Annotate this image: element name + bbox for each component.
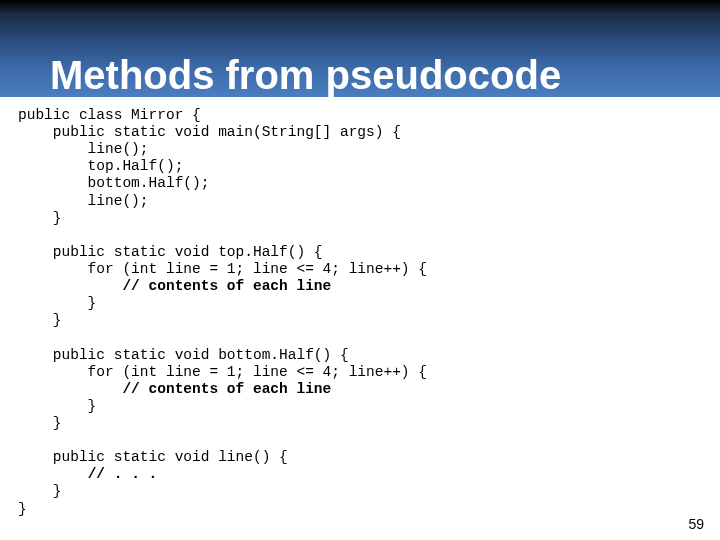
slide: Methods from pseudocode public class Mir…	[0, 0, 720, 540]
code-block: public class Mirror { public static void…	[0, 97, 720, 518]
slide-title: Methods from pseudocode	[50, 55, 561, 95]
page-number: 59	[688, 516, 704, 532]
title-band: Methods from pseudocode	[0, 0, 720, 97]
